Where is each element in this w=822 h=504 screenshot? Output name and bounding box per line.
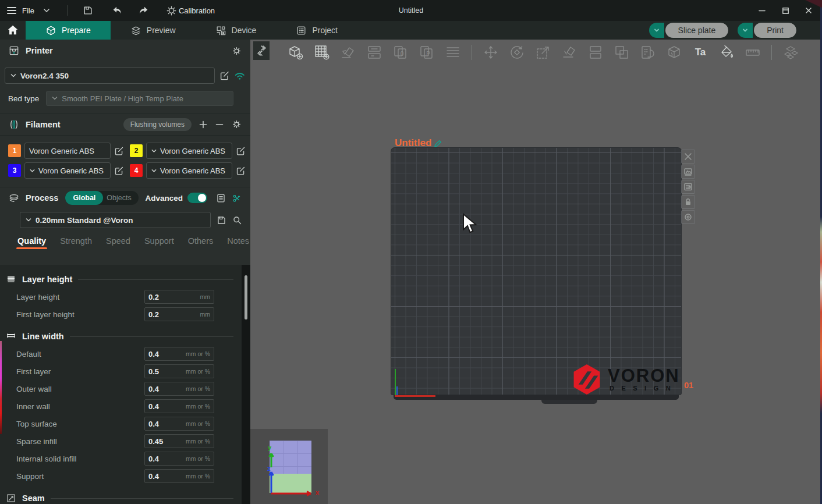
plate-title[interactable]: Untitled [395, 137, 442, 149]
top-surface-line-width-input[interactable]: 0.4 mm or % [144, 417, 214, 431]
file-menu-chevron[interactable] [38, 3, 55, 18]
setting-unit: mm or % [186, 438, 210, 445]
filament-1-select[interactable]: Voron Generic ABS [24, 143, 111, 159]
settings-scrollbar-thumb[interactable] [245, 275, 247, 320]
viewport-3d[interactable]: 0 P Ta [250, 40, 822, 504]
filament-settings-gear-icon[interactable] [231, 119, 242, 130]
first-layer-line-width-input[interactable]: 0.5 mm or % [144, 364, 214, 378]
plate-name-icon[interactable] [681, 210, 695, 224]
process-preset-select[interactable]: 0.20mm Standard @Voron [20, 212, 211, 228]
rename-plate-pencil-icon[interactable] [434, 139, 442, 148]
advanced-toggle[interactable] [187, 193, 207, 203]
arrange-icon[interactable] [365, 43, 384, 62]
variable-layer-height-icon[interactable] [665, 43, 683, 62]
move-icon[interactable] [481, 43, 500, 62]
lay-on-face-icon[interactable] [560, 43, 579, 62]
slice-plate-button[interactable]: Slice plate [665, 23, 729, 38]
inner-wall-line-width-input[interactable]: 0.4 mm or % [144, 399, 214, 413]
edit-printer-icon[interactable] [219, 70, 230, 81]
tab-prepare[interactable]: Prepare [26, 21, 111, 40]
edit-filament-3-icon[interactable] [114, 166, 124, 176]
group-title: Layer height [22, 275, 72, 284]
filament-2-select[interactable]: Voron Generic ABS [146, 143, 232, 159]
group-rule [70, 336, 233, 337]
slice-options-button[interactable] [649, 23, 664, 38]
flushing-volumes-button[interactable]: Flushing volumes [123, 118, 192, 131]
arrange-plate-icon[interactable] [681, 165, 695, 179]
split-to-objects-icon[interactable] [586, 43, 605, 62]
wifi-connection-icon[interactable] [234, 70, 246, 81]
filament-4-color-swatch[interactable]: 4 [130, 164, 143, 177]
layers-menu-icon[interactable] [444, 43, 462, 62]
build-plate[interactable] [391, 148, 681, 395]
tab-support[interactable]: Support [137, 236, 181, 250]
save-preset-icon[interactable] [217, 215, 226, 225]
home-button[interactable] [0, 21, 26, 40]
support-line-width-input[interactable]: 0.4 mm or % [144, 469, 214, 483]
printer-preset-select[interactable]: Voron2.4 350 [5, 68, 215, 84]
undo-button[interactable] [108, 3, 126, 18]
print-button[interactable]: Print [754, 23, 796, 38]
edit-filament-1-icon[interactable] [114, 146, 124, 156]
internal-solid-infill-line-width-input[interactable]: 0.4 mm or % [144, 452, 214, 466]
tab-notes[interactable]: Notes [220, 236, 256, 250]
calibration-button[interactable]: Calibration [166, 6, 215, 16]
mesh-boolean-icon[interactable] [639, 43, 657, 62]
print-options-button[interactable] [738, 23, 753, 38]
scale-icon[interactable] [534, 43, 552, 62]
filament-1-color-swatch[interactable]: 1 [8, 144, 21, 157]
scope-global-button[interactable]: Global [65, 191, 103, 205]
minimize-button[interactable] [752, 2, 772, 19]
add-plate-icon[interactable] [313, 43, 331, 62]
delete-plate-icon[interactable] [681, 150, 695, 164]
outer-wall-line-width-input[interactable]: 0.4 mm or % [144, 382, 214, 396]
lock-plate-icon[interactable] [681, 195, 695, 209]
paste-icon[interactable]: P [417, 43, 436, 62]
tab-device[interactable]: Device [196, 21, 277, 40]
rotate-icon[interactable] [508, 43, 526, 62]
sidebar-collapse-button[interactable] [253, 41, 270, 60]
settings-scrollbar-track[interactable] [242, 265, 250, 504]
assembly-view-icon[interactable] [781, 43, 800, 62]
parameter-table-icon[interactable] [215, 193, 226, 204]
first-layer-height-input[interactable]: 0.2 mm [144, 307, 214, 321]
scope-objects-button[interactable]: Objects [103, 194, 138, 202]
tab-others[interactable]: Others [181, 236, 221, 250]
layer-height-input[interactable]: 0.2 mm [144, 290, 214, 304]
save-button[interactable] [79, 3, 97, 18]
edit-filament-4-icon[interactable] [236, 166, 246, 176]
setting-label: Internal solid infill [16, 455, 77, 463]
filament-3-select[interactable]: Voron Generic ABS [24, 162, 111, 179]
text-tool-icon[interactable]: Ta [691, 43, 710, 62]
auto-orient-icon[interactable] [339, 43, 357, 62]
add-object-icon[interactable] [286, 43, 305, 62]
maximize-button[interactable] [775, 2, 795, 19]
titlebar: File Calibration Unti [0, 0, 822, 21]
copy-icon[interactable]: 0 [391, 43, 410, 62]
bed-type-select[interactable]: Smooth PEI Plate / High Temp Plate [46, 91, 233, 106]
filament-4-select[interactable]: Voron Generic ABS [146, 162, 232, 179]
search-settings-icon[interactable] [232, 215, 242, 225]
tab-strength[interactable]: Strength [53, 236, 99, 250]
tab-speed[interactable]: Speed [99, 236, 137, 250]
measure-icon[interactable] [743, 43, 762, 62]
setting-unit: mm or % [186, 420, 210, 427]
tab-preview[interactable]: Preview [111, 21, 196, 40]
sparse-infill-line-width-input[interactable]: 0.45 mm or % [144, 434, 214, 448]
tab-project[interactable]: Project [276, 21, 357, 40]
filament-2-color-swatch[interactable]: 2 [130, 144, 143, 157]
redo-button[interactable] [135, 3, 153, 18]
default-line-width-input[interactable]: 0.4 mm or % [144, 347, 214, 361]
printer-settings-gear-icon[interactable] [231, 45, 242, 56]
add-filament-icon[interactable] [199, 120, 208, 129]
save-icon [83, 5, 93, 16]
plate-settings-icon[interactable] [681, 180, 695, 194]
remove-filament-icon[interactable] [215, 120, 224, 129]
object-process-settings-icon[interactable] [231, 193, 242, 204]
tab-quality[interactable]: Quality [10, 236, 53, 250]
file-menu[interactable]: File [7, 6, 34, 15]
color-painting-icon[interactable] [717, 43, 736, 62]
edit-filament-2-icon[interactable] [236, 146, 246, 156]
split-to-parts-icon[interactable] [612, 43, 631, 62]
filament-3-color-swatch[interactable]: 3 [8, 164, 21, 177]
